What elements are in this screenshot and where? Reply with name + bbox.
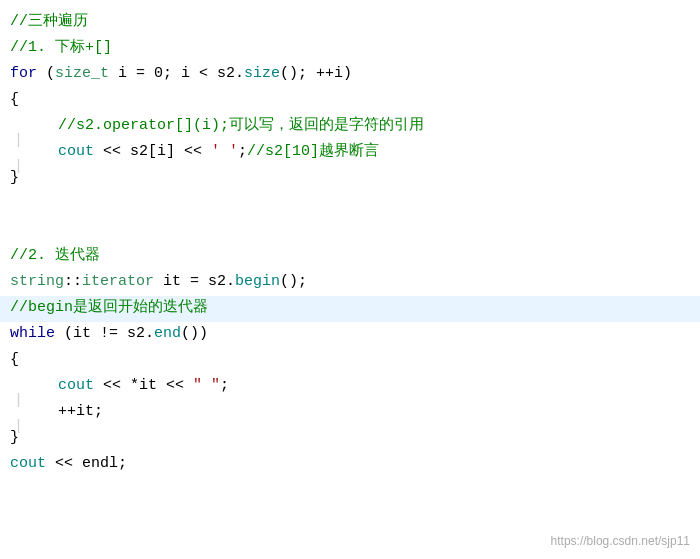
code-segment: iterator: [82, 270, 154, 294]
code-line: }: [0, 426, 700, 452]
code-segment: [22, 114, 58, 138]
code-line: | ++it;: [0, 400, 700, 426]
code-segment: //s2.operator[](i);可以写，返回的是字符的引用: [58, 114, 424, 138]
code-segment: begin: [235, 270, 280, 294]
code-segment: (it != s2.: [55, 322, 154, 346]
code-segment: ' ': [211, 140, 238, 164]
code-line: cout << endl;: [0, 452, 700, 478]
code-segment: [22, 140, 58, 164]
code-line: //begin是返回开始的迭代器: [0, 296, 700, 322]
code-line: | cout << s2[i] << ' ';//s2[10]越界断言: [0, 140, 700, 166]
code-line: }: [0, 166, 700, 192]
code-segment: ()): [181, 322, 208, 346]
code-segment: }: [10, 166, 19, 190]
code-segment: size: [244, 62, 280, 86]
code-segment: cout: [58, 374, 94, 398]
empty-line: [0, 192, 700, 218]
code-segment: [22, 400, 58, 424]
code-line: for (size_t i = 0; i < s2.size(); ++i): [0, 62, 700, 88]
code-line: {: [0, 348, 700, 374]
code-segment: ++it;: [58, 400, 103, 424]
code-segment: //s2[10]越界断言: [247, 140, 379, 164]
code-segment: " ": [193, 374, 220, 398]
code-line: //三种遍历: [0, 10, 700, 36]
code-segment: << s2[i] <<: [94, 140, 211, 164]
code-segment: //三种遍历: [10, 10, 88, 34]
code-segment: ;: [238, 140, 247, 164]
code-segment: }: [10, 426, 19, 450]
code-segment: << *it <<: [94, 374, 193, 398]
code-line: | cout << *it << " ";: [0, 374, 700, 400]
code-segment: {: [10, 348, 19, 372]
code-segment: for: [10, 62, 37, 86]
code-segment: cout: [58, 140, 94, 164]
code-segment: size_t: [55, 62, 109, 86]
code-segment: string: [10, 270, 64, 294]
code-line: | //s2.operator[](i);可以写，返回的是字符的引用: [0, 114, 700, 140]
code-segment: (); ++i): [280, 62, 352, 86]
code-segment: i = 0; i < s2.: [109, 62, 244, 86]
code-segment: {: [10, 88, 19, 112]
watermark: https://blog.csdn.net/sjp11: [551, 532, 690, 551]
code-line: {: [0, 88, 700, 114]
code-segment: (: [37, 62, 55, 86]
code-segment: //begin是返回开始的迭代器: [10, 296, 208, 320]
code-segment: ();: [280, 270, 307, 294]
code-segment: //1. 下标+[]: [10, 36, 112, 60]
code-line: string::iterator it = s2.begin();: [0, 270, 700, 296]
code-line: //1. 下标+[]: [0, 36, 700, 62]
code-segment: [22, 374, 58, 398]
code-segment: while: [10, 322, 55, 346]
code-segment: //2. 迭代器: [10, 244, 100, 268]
code-line: while (it != s2.end()): [0, 322, 700, 348]
code-segment: cout: [10, 452, 46, 476]
code-segment: ::: [64, 270, 82, 294]
code-segment: end: [154, 322, 181, 346]
code-segment: it = s2.: [154, 270, 235, 294]
code-line: //2. 迭代器: [0, 244, 700, 270]
code-segment: ;: [220, 374, 229, 398]
empty-line: [0, 218, 700, 244]
code-container: //三种遍历//1. 下标+[]for (size_t i = 0; i < s…: [0, 0, 700, 559]
code-segment: << endl;: [46, 452, 127, 476]
